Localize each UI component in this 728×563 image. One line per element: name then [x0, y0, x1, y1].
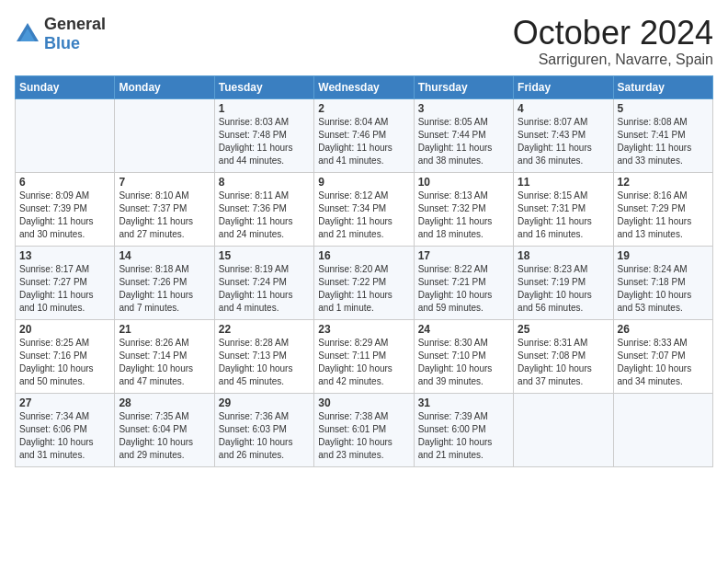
day-number: 16 [318, 249, 409, 262]
calendar-cell: 9Sunrise: 8:12 AM Sunset: 7:34 PM Daylig… [314, 172, 414, 246]
day-number: 3 [418, 102, 509, 115]
calendar-cell: 8Sunrise: 8:11 AM Sunset: 7:36 PM Daylig… [214, 172, 313, 246]
day-info: Sunrise: 8:28 AM Sunset: 7:13 PM Dayligh… [219, 337, 310, 388]
calendar-cell: 16Sunrise: 8:20 AM Sunset: 7:22 PM Dayli… [314, 246, 414, 319]
calendar-cell: 11Sunrise: 8:15 AM Sunset: 7:31 PM Dayli… [514, 172, 613, 246]
day-number: 11 [518, 176, 609, 189]
day-number: 15 [219, 249, 310, 262]
day-info: Sunrise: 8:12 AM Sunset: 7:34 PM Dayligh… [318, 190, 409, 241]
calendar-cell: 7Sunrise: 8:10 AM Sunset: 7:37 PM Daylig… [115, 172, 214, 246]
day-number: 30 [318, 396, 409, 409]
day-info: Sunrise: 8:24 AM Sunset: 7:18 PM Dayligh… [618, 263, 709, 315]
week-row-3: 13Sunrise: 8:17 AM Sunset: 7:27 PM Dayli… [16, 246, 713, 319]
calendar-cell: 24Sunrise: 8:30 AM Sunset: 7:10 PM Dayli… [414, 319, 513, 393]
month-title: October 2024 [513, 15, 713, 52]
day-info: Sunrise: 8:17 AM Sunset: 7:27 PM Dayligh… [19, 263, 110, 315]
title-section: October 2024 Sarriguren, Navarre, Spain [513, 15, 713, 68]
day-number: 10 [418, 176, 509, 189]
day-info: Sunrise: 8:07 AM Sunset: 7:43 PM Dayligh… [518, 116, 609, 167]
day-info: Sunrise: 8:18 AM Sunset: 7:26 PM Dayligh… [119, 263, 210, 315]
calendar-cell: 20Sunrise: 8:25 AM Sunset: 7:16 PM Dayli… [16, 319, 115, 393]
calendar-cell: 6Sunrise: 8:09 AM Sunset: 7:39 PM Daylig… [16, 172, 115, 246]
day-info: Sunrise: 7:35 AM Sunset: 6:04 PM Dayligh… [119, 410, 210, 462]
calendar-cell: 21Sunrise: 8:26 AM Sunset: 7:14 PM Dayli… [115, 319, 214, 393]
day-info: Sunrise: 8:16 AM Sunset: 7:29 PM Dayligh… [618, 190, 709, 241]
day-number: 24 [418, 323, 509, 336]
col-header-tuesday: Tuesday [214, 75, 313, 98]
calendar-cell: 27Sunrise: 7:34 AM Sunset: 6:06 PM Dayli… [16, 393, 115, 466]
day-number: 21 [119, 323, 210, 336]
calendar-cell: 25Sunrise: 8:31 AM Sunset: 7:08 PM Dayli… [514, 319, 613, 393]
calendar-cell [16, 98, 115, 172]
calendar-cell: 3Sunrise: 8:05 AM Sunset: 7:44 PM Daylig… [414, 98, 513, 172]
calendar-table: SundayMondayTuesdayWednesdayThursdayFrid… [15, 75, 713, 467]
calendar-cell: 4Sunrise: 8:07 AM Sunset: 7:43 PM Daylig… [514, 98, 613, 172]
calendar-cell [613, 393, 712, 466]
day-number: 6 [19, 176, 110, 189]
logo-icon [15, 21, 40, 47]
logo-blue: Blue [44, 34, 80, 52]
calendar-cell: 17Sunrise: 8:22 AM Sunset: 7:21 PM Dayli… [414, 246, 513, 319]
day-number: 22 [219, 323, 310, 336]
day-info: Sunrise: 8:13 AM Sunset: 7:32 PM Dayligh… [418, 190, 509, 241]
day-info: Sunrise: 8:19 AM Sunset: 7:24 PM Dayligh… [219, 263, 310, 315]
calendar-cell: 26Sunrise: 8:33 AM Sunset: 7:07 PM Dayli… [613, 319, 712, 393]
calendar-cell: 10Sunrise: 8:13 AM Sunset: 7:32 PM Dayli… [414, 172, 513, 246]
calendar-cell [514, 393, 613, 466]
col-header-sunday: Sunday [16, 75, 115, 98]
calendar-cell: 2Sunrise: 8:04 AM Sunset: 7:46 PM Daylig… [314, 98, 414, 172]
day-info: Sunrise: 8:26 AM Sunset: 7:14 PM Dayligh… [119, 337, 210, 388]
calendar-cell: 29Sunrise: 7:36 AM Sunset: 6:03 PM Dayli… [214, 393, 313, 466]
day-info: Sunrise: 8:11 AM Sunset: 7:36 PM Dayligh… [219, 190, 310, 241]
col-header-saturday: Saturday [613, 75, 712, 98]
calendar-cell: 28Sunrise: 7:35 AM Sunset: 6:04 PM Dayli… [115, 393, 214, 466]
day-number: 18 [518, 249, 609, 262]
day-number: 31 [418, 396, 509, 409]
calendar-cell: 1Sunrise: 8:03 AM Sunset: 7:48 PM Daylig… [214, 98, 313, 172]
day-info: Sunrise: 8:10 AM Sunset: 7:37 PM Dayligh… [119, 190, 210, 241]
calendar-cell: 30Sunrise: 7:38 AM Sunset: 6:01 PM Dayli… [314, 393, 414, 466]
day-info: Sunrise: 7:36 AM Sunset: 6:03 PM Dayligh… [219, 410, 310, 462]
day-number: 28 [119, 396, 210, 409]
day-info: Sunrise: 8:25 AM Sunset: 7:16 PM Dayligh… [19, 337, 110, 388]
calendar-cell: 31Sunrise: 7:39 AM Sunset: 6:00 PM Dayli… [414, 393, 513, 466]
day-info: Sunrise: 8:15 AM Sunset: 7:31 PM Dayligh… [518, 190, 609, 241]
day-number: 19 [618, 249, 709, 262]
day-number: 1 [219, 102, 310, 115]
col-header-friday: Friday [514, 75, 613, 98]
logo-general: General [44, 15, 106, 33]
week-row-4: 20Sunrise: 8:25 AM Sunset: 7:16 PM Dayli… [16, 319, 713, 393]
day-info: Sunrise: 8:23 AM Sunset: 7:19 PM Dayligh… [518, 263, 609, 315]
day-info: Sunrise: 8:22 AM Sunset: 7:21 PM Dayligh… [418, 263, 509, 315]
day-number: 4 [518, 102, 609, 115]
day-info: Sunrise: 8:05 AM Sunset: 7:44 PM Dayligh… [418, 116, 509, 167]
calendar-cell: 13Sunrise: 8:17 AM Sunset: 7:27 PM Dayli… [16, 246, 115, 319]
calendar-cell [115, 98, 214, 172]
header-row: General Blue October 2024 Sarriguren, Na… [15, 15, 713, 68]
logo: General Blue [15, 15, 106, 53]
col-header-thursday: Thursday [414, 75, 513, 98]
calendar-cell: 12Sunrise: 8:16 AM Sunset: 7:29 PM Dayli… [613, 172, 712, 246]
col-header-wednesday: Wednesday [314, 75, 414, 98]
day-info: Sunrise: 8:09 AM Sunset: 7:39 PM Dayligh… [19, 190, 110, 241]
col-header-monday: Monday [115, 75, 214, 98]
day-info: Sunrise: 8:29 AM Sunset: 7:11 PM Dayligh… [318, 337, 409, 388]
day-number: 20 [19, 323, 110, 336]
header-row-days: SundayMondayTuesdayWednesdayThursdayFrid… [16, 75, 713, 98]
week-row-5: 27Sunrise: 7:34 AM Sunset: 6:06 PM Dayli… [16, 393, 713, 466]
day-info: Sunrise: 8:20 AM Sunset: 7:22 PM Dayligh… [318, 263, 409, 315]
calendar-cell: 5Sunrise: 8:08 AM Sunset: 7:41 PM Daylig… [613, 98, 712, 172]
day-number: 8 [219, 176, 310, 189]
logo-text: General Blue [44, 15, 106, 53]
week-row-1: 1Sunrise: 8:03 AM Sunset: 7:48 PM Daylig… [16, 98, 713, 172]
day-number: 29 [219, 396, 310, 409]
day-number: 17 [418, 249, 509, 262]
day-number: 25 [518, 323, 609, 336]
day-info: Sunrise: 7:39 AM Sunset: 6:00 PM Dayligh… [418, 410, 509, 462]
day-number: 7 [119, 176, 210, 189]
day-number: 26 [618, 323, 709, 336]
week-row-2: 6Sunrise: 8:09 AM Sunset: 7:39 PM Daylig… [16, 172, 713, 246]
day-number: 23 [318, 323, 409, 336]
calendar-cell: 14Sunrise: 8:18 AM Sunset: 7:26 PM Dayli… [115, 246, 214, 319]
day-info: Sunrise: 7:34 AM Sunset: 6:06 PM Dayligh… [19, 410, 110, 462]
